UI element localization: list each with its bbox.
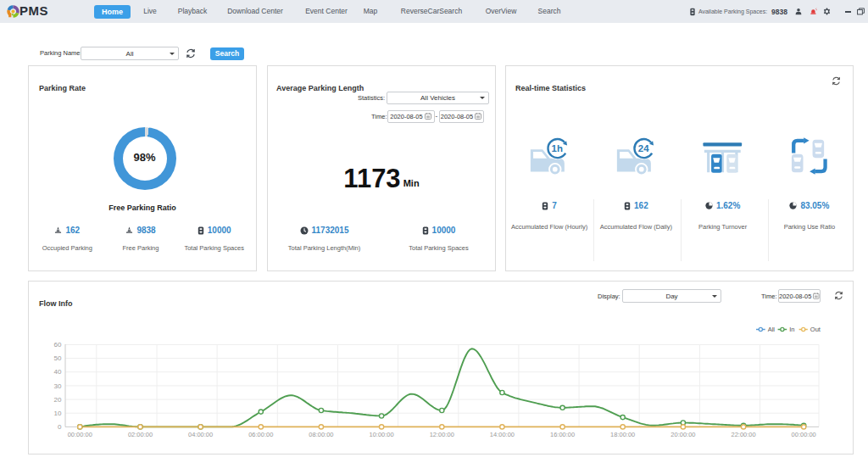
- svg-text:22:00:00: 22:00:00: [731, 431, 755, 438]
- svg-text:In: In: [789, 326, 794, 333]
- svg-text:60: 60: [54, 341, 62, 349]
- svg-text:00:00:00: 00:00:00: [792, 431, 816, 438]
- svg-text:Out: Out: [810, 326, 821, 333]
- svg-text:50: 50: [54, 354, 62, 362]
- svg-text:0: 0: [58, 423, 62, 431]
- svg-text:08:00:00: 08:00:00: [309, 431, 333, 438]
- svg-text:00:00:00: 00:00:00: [68, 431, 92, 438]
- svg-text:06:00:00: 06:00:00: [248, 431, 273, 438]
- svg-text:04:00:00: 04:00:00: [188, 431, 213, 438]
- svg-text:All: All: [768, 326, 776, 333]
- svg-text:20:00:00: 20:00:00: [670, 431, 695, 438]
- svg-text:20: 20: [54, 396, 62, 404]
- svg-text:14:00:00: 14:00:00: [490, 431, 515, 438]
- svg-text:10:00:00: 10:00:00: [369, 431, 393, 438]
- svg-text:18:00:00: 18:00:00: [610, 431, 635, 438]
- svg-text:02:00:00: 02:00:00: [128, 431, 153, 438]
- svg-text:12:00:00: 12:00:00: [430, 431, 454, 438]
- svg-text:10: 10: [54, 410, 62, 417]
- svg-text:40: 40: [54, 368, 62, 376]
- svg-text:16:00:00: 16:00:00: [550, 431, 575, 438]
- svg-text:30: 30: [54, 382, 62, 390]
